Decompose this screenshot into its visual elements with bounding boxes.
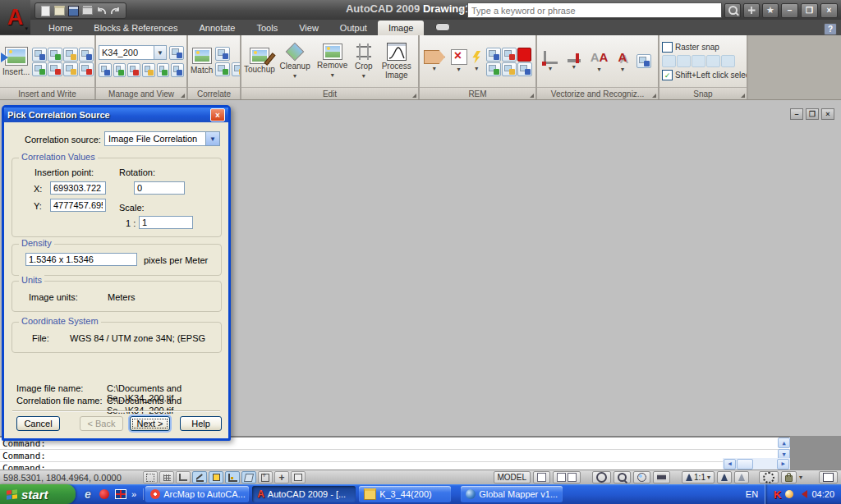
dialog-titlebar[interactable]: Pick Correlation Source × — [4, 108, 228, 122]
snap-vertex-button[interactable] — [721, 55, 735, 67]
ducs-toggle[interactable] — [241, 471, 256, 483]
correlation-source-combo[interactable]: Image File Correlation ▼ — [104, 131, 220, 146]
command-window[interactable]: Command: Command: Command: ▲ ▼ ◀ ▶ — [0, 436, 790, 470]
save-image-button[interactable] — [48, 48, 62, 62]
showmotion-button[interactable] — [653, 471, 670, 483]
orbit-button[interactable] — [633, 471, 650, 483]
vectorize-line-button[interactable]: ▾ — [544, 51, 558, 72]
command-vertical-scrollbar[interactable]: ▲ ▼ — [778, 438, 790, 460]
command-horizontal-scrollbar[interactable]: ◀ ▶ — [723, 458, 790, 470]
close-button[interactable]: × — [820, 3, 838, 18]
panel-expand-icon[interactable] — [181, 94, 185, 98]
tab-image[interactable]: Image — [378, 21, 425, 35]
remove-button[interactable]: Remove ▾ — [315, 44, 350, 79]
show-image-button[interactable] — [113, 63, 126, 77]
vectorize-polyline-button[interactable]: ▾ — [568, 53, 581, 71]
y-input[interactable] — [50, 199, 106, 212]
undo-button[interactable] — [96, 6, 107, 16]
correlate-align-button[interactable] — [232, 62, 240, 76]
taskbar-item-autocad[interactable]: A AutoCAD 2009 - [... — [252, 486, 356, 502]
snap-toggle[interactable] — [143, 471, 158, 483]
touchup-button[interactable]: Touchup — [244, 48, 275, 75]
swap-image-button[interactable] — [171, 63, 184, 77]
panel-expand-icon[interactable] — [741, 94, 745, 98]
help-button[interactable]: Help — [180, 416, 222, 431]
scrollbar-thumb[interactable] — [737, 459, 753, 470]
attach-image-button[interactable] — [32, 48, 47, 62]
rem-copy-button[interactable] — [486, 48, 501, 62]
panel-label-insert-write[interactable]: Insert and Write — [0, 87, 94, 99]
status-menu-icon[interactable]: ▾ — [799, 474, 802, 481]
panel-label-rem[interactable]: REM — [420, 87, 535, 99]
edit-image-button[interactable] — [142, 63, 155, 77]
correlate-insert-button[interactable] — [215, 47, 230, 61]
scroll-right-icon[interactable]: ▶ — [777, 459, 789, 470]
tab-tools[interactable]: Tools — [246, 21, 289, 35]
tab-annotate[interactable]: Annotate — [188, 21, 246, 35]
density-input[interactable] — [25, 253, 137, 266]
browser-icon[interactable] — [99, 488, 110, 500]
language-indicator[interactable]: EN — [739, 489, 765, 499]
image-options-button[interactable] — [63, 62, 78, 76]
toolbar-lock-button[interactable] — [781, 471, 797, 483]
tab-view[interactable]: View — [288, 21, 329, 35]
raster-snap-checkbox-row[interactable]: Raster snap — [662, 42, 719, 53]
scroll-left-icon[interactable]: ◀ — [724, 459, 736, 470]
model-space-button[interactable]: MODEL — [494, 471, 531, 483]
ortho-toggle[interactable] — [176, 471, 191, 483]
image-info-button[interactable] — [32, 62, 47, 76]
next-button[interactable]: Next > — [130, 416, 170, 431]
snap-end-button[interactable] — [662, 55, 676, 67]
volume-icon[interactable] — [797, 490, 807, 498]
chevron-down-icon[interactable]: ▼ — [154, 46, 166, 59]
scroll-up-icon[interactable]: ▲ — [778, 438, 790, 448]
process-image-button[interactable]: Process Image — [378, 43, 416, 80]
panel-expand-icon[interactable] — [530, 94, 534, 98]
internet-explorer-icon[interactable]: e — [82, 488, 94, 500]
annotation-autoscale-button[interactable] — [734, 471, 749, 483]
doc-restore-button[interactable]: ❐ — [806, 108, 819, 120]
favorites-button[interactable]: ★ — [762, 3, 779, 18]
infocenter-help-button[interactable]: ? — [824, 23, 837, 35]
image-select-combo[interactable]: K34_200 ▼ — [99, 45, 167, 60]
annotation-visibility-button[interactable] — [717, 471, 732, 483]
shift-click-checkbox-row[interactable]: ✓ Shift+Left click select — [662, 70, 747, 80]
restore-button[interactable]: ❐ — [801, 3, 818, 18]
panel-expand-icon[interactable] — [412, 94, 416, 98]
zoom-to-image-button[interactable] — [99, 63, 112, 77]
annotation-scale-button[interactable]: 1:1 ▾ — [682, 471, 715, 483]
match-button[interactable]: Match — [191, 48, 213, 75]
insert-image-button[interactable]: Insert... — [2, 47, 30, 76]
save-button[interactable] — [68, 6, 79, 16]
recognize-text-button[interactable]: AA ▾ — [591, 50, 609, 73]
back-button[interactable]: < Back — [80, 416, 123, 431]
correlate-scale-button[interactable] — [215, 62, 230, 76]
search-button[interactable] — [724, 3, 741, 18]
dyn-toggle[interactable] — [258, 471, 273, 483]
quick-view-layouts-button[interactable] — [533, 471, 550, 483]
rem-merge-button[interactable] — [486, 62, 501, 76]
otrack-toggle[interactable] — [225, 471, 240, 483]
shift-click-checkbox[interactable]: ✓ — [662, 70, 673, 80]
cleanup-button[interactable]: Cleanup ▾ — [278, 43, 313, 80]
new-button[interactable] — [40, 6, 51, 16]
raster-snap-checkbox[interactable] — [662, 42, 673, 53]
clean-screen-button[interactable] — [819, 471, 838, 483]
minimize-button[interactable]: – — [781, 3, 798, 18]
panel-expand-icon[interactable] — [652, 94, 656, 98]
quick-launch-overflow-icon[interactable]: » — [131, 489, 136, 499]
embed-image-button[interactable] — [79, 48, 94, 62]
grid-toggle[interactable] — [159, 471, 174, 483]
menu-browser-button[interactable]: A ▾ — [0, 0, 30, 34]
osnap-toggle[interactable] — [209, 471, 223, 483]
dialog-close-button[interactable]: × — [210, 108, 225, 121]
taskbar-item-global-mapper[interactable]: Global Mapper v1... — [461, 486, 563, 502]
panel-label-manage-view[interactable]: Manage and View — [96, 87, 186, 99]
rem-edit-button[interactable] — [502, 48, 517, 62]
crop-button[interactable]: Crop ▾ — [352, 43, 375, 80]
open-button[interactable] — [54, 6, 65, 16]
workspace-switching-button[interactable] — [759, 471, 779, 483]
rem-polygon-button[interactable]: ▾ — [424, 50, 445, 72]
hide-image-button[interactable] — [127, 63, 140, 77]
capture-image-button[interactable] — [48, 62, 62, 76]
